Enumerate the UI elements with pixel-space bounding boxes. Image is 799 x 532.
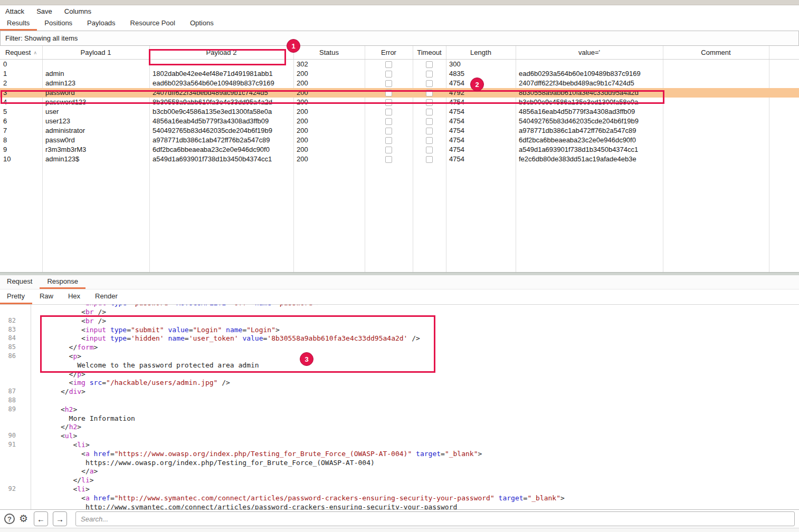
tab-request[interactable]: Request (0, 275, 40, 289)
table-row[interactable]: 2admin123ead6b0293a564b60e109489b837c916… (0, 79, 799, 88)
tab-pretty[interactable]: Pretty (0, 289, 32, 304)
table-row-selected[interactable]: 3password2407dff622f34bebd489ac9b1c7424d… (0, 88, 799, 98)
line-number (0, 503, 16, 509)
code-line: 89 <h2> (0, 405, 799, 414)
table-row[interactable]: 7administrator540492765b83d462035cde204b… (0, 126, 799, 136)
header-error[interactable]: Error (365, 46, 413, 59)
tab-render[interactable]: Render (88, 289, 125, 304)
cell-value: ead6b0293a564b60e109489b837c9169 (516, 69, 663, 79)
error-checkbox[interactable] (385, 128, 392, 134)
tab-response[interactable]: Response (40, 275, 85, 289)
cell-error (365, 154, 413, 164)
timeout-checkbox[interactable] (426, 71, 433, 78)
error-checkbox[interactable] (385, 156, 392, 163)
timeout-checkbox[interactable] (426, 137, 433, 144)
timeout-checkbox[interactable] (426, 99, 433, 106)
header-comment[interactable]: Comment (663, 46, 769, 59)
timeout-checkbox[interactable] (426, 118, 433, 125)
header-payload1[interactable]: Payload 1 (42, 46, 149, 59)
error-checkbox[interactable] (385, 109, 392, 115)
code-text: <li> (16, 441, 90, 450)
search-bar: ? ⚙ ← → (0, 509, 799, 528)
cell-payload2 (149, 60, 293, 69)
cell-value: a549d1a693901f738d1b3450b4374cc1 (516, 145, 663, 154)
timeout-checkbox[interactable] (426, 128, 433, 134)
cell-payload1: admin123 (42, 79, 149, 88)
tab-results[interactable]: Results (0, 17, 37, 31)
timeout-checkbox[interactable] (426, 80, 433, 87)
tab-options[interactable]: Options (183, 17, 221, 31)
table-row[interactable]: 10admin123$a549d1a693901f738d1b3450b4374… (0, 154, 799, 164)
cell-length: 4754 (446, 98, 516, 107)
error-checkbox[interactable] (385, 80, 392, 87)
header-request[interactable]: Request∧ (0, 46, 42, 59)
tab-hex[interactable]: Hex (61, 289, 88, 304)
error-checkbox[interactable] (385, 147, 392, 153)
search-input[interactable] (75, 511, 795, 526)
tab-resource-pool[interactable]: Resource Pool (123, 17, 183, 31)
line-number: 85 (0, 343, 16, 352)
cell-error (365, 136, 413, 145)
table-row[interactable]: 8passw0rda978771db386c1ab472ff76b2a547c8… (0, 136, 799, 145)
code-line: <br /> (0, 308, 799, 317)
cell-request: 8 (0, 136, 42, 145)
cell-status: 200 (293, 98, 365, 107)
table-row[interactable]: 5userb3cb00e9c4586a135e3ed1300fa58e0a200… (0, 107, 799, 117)
cell-payload1: user (42, 107, 149, 117)
code-text: </h2> (16, 423, 81, 432)
header-payload2[interactable]: Payload 2 (149, 46, 293, 59)
cell-timeout (413, 79, 446, 88)
timeout-checkbox[interactable] (426, 156, 433, 163)
timeout-checkbox[interactable] (426, 90, 433, 96)
header-grep-extract-value[interactable]: value=' (516, 46, 663, 59)
code-line: 83 <input type="submit" value="Login" na… (0, 326, 799, 335)
cell-error (365, 60, 413, 69)
table-row[interactable]: 9r3m3mb3rM36df2bca6bbeaeaba23c2e0e946dc9… (0, 145, 799, 154)
cell-error (365, 126, 413, 136)
response-code-viewer[interactable]: <input type="password" AUTOCOMPLETE="off… (0, 305, 799, 509)
error-checkbox[interactable] (385, 99, 392, 106)
error-checkbox[interactable] (385, 61, 392, 68)
previous-match-button[interactable]: ← (34, 511, 48, 526)
error-checkbox[interactable] (385, 137, 392, 144)
table-row[interactable]: 0302300 (0, 60, 799, 69)
code-text: <input type='hidden' name='user_token' v… (16, 334, 420, 343)
header-timeout[interactable]: Timeout (413, 46, 446, 59)
header-length[interactable]: Length (446, 46, 516, 59)
line-number: 89 (0, 405, 16, 414)
cell-length: 4754 (446, 145, 516, 154)
cell-comment (663, 79, 769, 88)
cell-status: 200 (293, 79, 365, 88)
tab-positions[interactable]: Positions (37, 17, 80, 31)
header-status[interactable]: Status (293, 46, 365, 59)
cell-timeout (413, 88, 446, 98)
menu-columns[interactable]: Columns (64, 7, 91, 15)
menu-save[interactable]: Save (36, 7, 52, 15)
table-row[interactable]: 1admin1802dab0e42ee4ef48e71d491981abb120… (0, 69, 799, 79)
error-checkbox[interactable] (385, 90, 392, 96)
code-line: </a> (0, 467, 799, 476)
cell-timeout (413, 154, 446, 164)
table-row[interactable]: 4password1238b30558a9abb610fa3e4c33dd95a… (0, 98, 799, 107)
timeout-checkbox[interactable] (426, 61, 433, 68)
gear-icon[interactable]: ⚙ (19, 514, 28, 524)
code-text: <a href="http://www.symantec.com/connect… (16, 494, 565, 503)
next-match-button[interactable]: → (53, 511, 67, 526)
error-checkbox[interactable] (385, 118, 392, 125)
cell-comment (663, 88, 769, 98)
results-table: Request∧ Payload 1 Payload 2 Status Erro… (0, 46, 799, 272)
help-icon[interactable]: ? (4, 514, 15, 524)
code-line: 84 <input type='hidden' name='user_token… (0, 334, 799, 343)
timeout-checkbox[interactable] (426, 109, 433, 115)
cell-payload1: r3m3mb3rM3 (42, 145, 149, 154)
error-checkbox[interactable] (385, 71, 392, 78)
tab-payloads[interactable]: Payloads (80, 17, 122, 31)
line-number (0, 361, 16, 370)
menu-attack[interactable]: Attack (5, 7, 24, 15)
filter-bar[interactable]: Filter: Showing all items (0, 31, 799, 46)
main-tab-bar: Results Positions Payloads Resource Pool… (0, 17, 799, 31)
tab-raw[interactable]: Raw (32, 289, 61, 304)
code-text: </li> (16, 476, 94, 485)
timeout-checkbox[interactable] (426, 147, 433, 153)
table-row[interactable]: 6user1234856a16eab4d5b779f3a4308ad3ffb09… (0, 117, 799, 126)
